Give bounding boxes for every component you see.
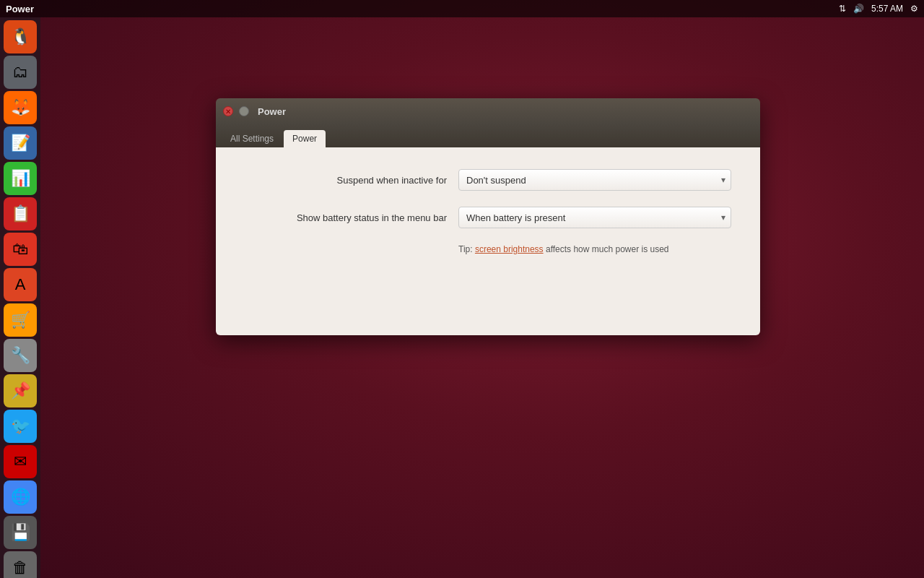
clock: 5:57 AM xyxy=(871,4,903,14)
suspend-select[interactable]: Don't suspend5 minutes10 minutes30 minut… xyxy=(458,169,731,191)
minimize-button[interactable] xyxy=(239,106,249,116)
tab-bar: All SettingsPower xyxy=(216,124,760,147)
typo-icon[interactable]: A xyxy=(4,268,37,301)
launcher: 🐧🗂🦊📝📊📋🛍A🛒🔧📌🐦✉🌐💾🗑 xyxy=(0,17,40,578)
battery-label: Show battery status in the menu bar xyxy=(245,212,447,223)
window-title: Power xyxy=(258,106,286,117)
topbar-right: ⇅ 🔊 5:57 AM ⚙ xyxy=(839,4,918,14)
battery-select[interactable]: When battery is presentAlwaysNever xyxy=(458,207,731,228)
power-window: ✕ Power All SettingsPower Suspend when i… xyxy=(216,98,760,335)
content-area: Suspend when inactive for Don't suspend5… xyxy=(216,147,760,335)
writer-icon[interactable]: 📝 xyxy=(4,126,37,160)
twitter-icon[interactable]: 🐦 xyxy=(4,410,37,443)
tools-icon[interactable]: 🔧 xyxy=(4,339,37,372)
battery-dropdown-wrapper: When battery is presentAlwaysNever ▾ xyxy=(458,207,731,228)
tip-suffix: affects how much power is used xyxy=(544,244,669,254)
close-button[interactable]: ✕ xyxy=(223,106,233,116)
suspend-label: Suspend when inactive for xyxy=(245,175,447,186)
amazon-icon[interactable]: 🛒 xyxy=(4,303,37,337)
files-icon[interactable]: 🗂 xyxy=(4,56,37,89)
ubuntu-icon[interactable]: 🐧 xyxy=(4,20,37,53)
save-icon[interactable]: 💾 xyxy=(4,516,37,549)
tab-power[interactable]: Power xyxy=(284,130,326,147)
battery-setting-row: Show battery status in the menu bar When… xyxy=(245,207,731,228)
impress-icon[interactable]: 📋 xyxy=(4,197,37,230)
tab-all-settings[interactable]: All Settings xyxy=(222,130,282,147)
appstore-icon[interactable]: 🛍 xyxy=(4,233,37,266)
trash-icon[interactable]: 🗑 xyxy=(4,551,37,578)
tip-row: Tip: screen brightness affects how much … xyxy=(245,244,731,254)
suspend-dropdown-wrapper: Don't suspend5 minutes10 minutes30 minut… xyxy=(458,169,731,191)
screen-brightness-link[interactable]: screen brightness xyxy=(475,244,544,254)
network-icon[interactable]: ⇅ xyxy=(839,4,846,14)
gmail-icon[interactable]: ✉ xyxy=(4,445,37,478)
tip-prefix: Tip: xyxy=(458,244,475,254)
titlebar: ✕ Power xyxy=(216,98,760,124)
system-icon[interactable]: ⚙ xyxy=(910,4,918,14)
volume-icon[interactable]: 🔊 xyxy=(853,4,864,14)
firefox-icon[interactable]: 🦊 xyxy=(4,91,37,124)
suspend-setting-row: Suspend when inactive for Don't suspend5… xyxy=(245,169,731,191)
calc-icon[interactable]: 📊 xyxy=(4,162,37,195)
chrome-icon[interactable]: 🌐 xyxy=(4,480,37,514)
topbar-title: Power xyxy=(6,4,34,14)
topbar: Power ⇅ 🔊 5:57 AM ⚙ xyxy=(0,0,924,17)
sticker-icon[interactable]: 📌 xyxy=(4,374,37,407)
desktop: ✕ Power All SettingsPower Suspend when i… xyxy=(40,17,924,578)
